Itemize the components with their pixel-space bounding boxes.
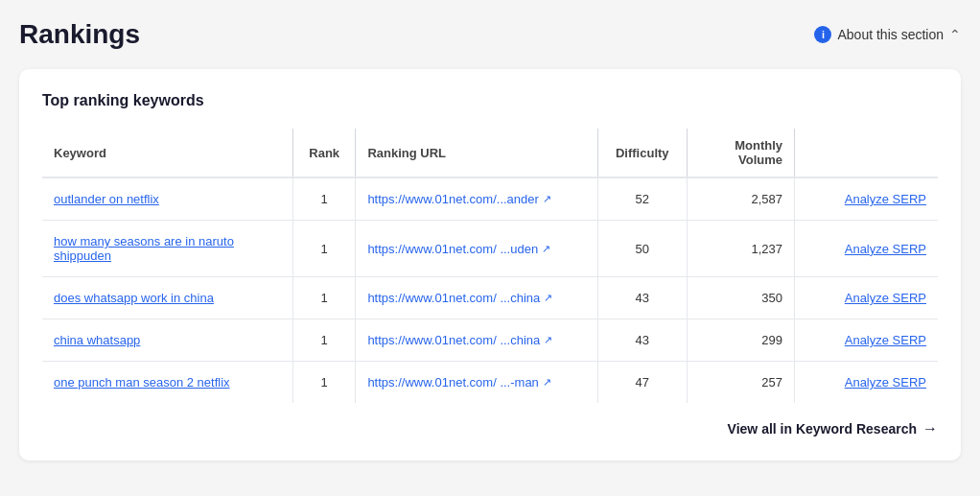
col-header-url: Ranking URL (356, 129, 597, 177)
external-link-icon: ↗ (544, 292, 552, 304)
page-title: Rankings (19, 19, 140, 50)
difficulty-cell: 52 (597, 177, 687, 221)
analyze-serp-link[interactable]: Analyze SERP (845, 242, 926, 256)
volume-cell: 1,237 (687, 221, 794, 277)
analyze-serp-link[interactable]: Analyze SERP (845, 333, 926, 347)
analyze-cell: Analyze SERP (795, 319, 938, 362)
table-row: does whatsapp work in china 1 https://ww… (42, 277, 938, 319)
volume-cell: 350 (687, 277, 794, 319)
volume-cell: 2,587 (687, 177, 794, 221)
keyword-link[interactable]: does whatsapp work in china (54, 291, 214, 305)
table-row: how many seasons are in naruto shippuden… (42, 221, 938, 277)
view-all-label: View all in Keyword Research (728, 421, 917, 437)
analyze-cell: Analyze SERP (795, 221, 938, 277)
keyword-link[interactable]: how many seasons are in naruto shippuden (54, 234, 234, 263)
url-link[interactable]: https://www.01net.com/ ...uden ↗ (367, 242, 585, 256)
url-cell: https://www.01net.com/...ander ↗ (356, 177, 597, 221)
analyze-cell: Analyze SERP (795, 177, 938, 221)
rank-cell: 1 (293, 177, 356, 221)
keyword-cell: one punch man season 2 netflix (42, 362, 293, 404)
col-header-keyword: Keyword (42, 129, 293, 177)
external-link-icon: ↗ (544, 334, 552, 346)
col-header-difficulty: Difficulty (597, 129, 687, 177)
difficulty-cell: 47 (597, 362, 687, 404)
table-header-row: Keyword Rank Ranking URL Difficulty Mont… (42, 129, 938, 177)
difficulty-cell: 43 (597, 319, 687, 362)
analyze-cell: Analyze SERP (795, 362, 938, 404)
chevron-up-icon: ⌃ (949, 27, 961, 42)
view-all-row: View all in Keyword Research → (42, 420, 938, 437)
rank-cell: 1 (293, 221, 356, 277)
keyword-cell: how many seasons are in naruto shippuden (42, 221, 293, 277)
rankings-table: Keyword Rank Ranking URL Difficulty Mont… (42, 129, 938, 403)
volume-cell: 257 (687, 362, 794, 404)
rank-cell: 1 (293, 362, 356, 404)
url-link[interactable]: https://www.01net.com/...ander ↗ (367, 192, 585, 206)
table-row: china whatsapp 1 https://www.01net.com/ … (42, 319, 938, 362)
section-title: Top ranking keywords (42, 92, 938, 109)
url-link[interactable]: https://www.01net.com/ ...china ↗ (367, 333, 585, 347)
analyze-cell: Analyze SERP (795, 277, 938, 319)
analyze-serp-link[interactable]: Analyze SERP (845, 291, 926, 305)
view-all-button[interactable]: View all in Keyword Research → (728, 420, 938, 437)
analyze-serp-link[interactable]: Analyze SERP (845, 192, 926, 206)
difficulty-cell: 43 (597, 277, 687, 319)
rankings-card: Top ranking keywords Keyword Rank Rankin… (19, 69, 961, 461)
keyword-cell: does whatsapp work in china (42, 277, 293, 319)
external-link-icon: ↗ (542, 243, 550, 255)
difficulty-cell: 50 (597, 221, 687, 277)
about-section-button[interactable]: i About this section ⌃ (814, 26, 961, 43)
info-icon: i (814, 26, 831, 43)
url-cell: https://www.01net.com/ ...china ↗ (356, 277, 597, 319)
analyze-serp-link[interactable]: Analyze SERP (845, 375, 926, 390)
table-row: one punch man season 2 netflix 1 https:/… (42, 362, 938, 404)
keyword-cell: china whatsapp (42, 319, 293, 362)
url-link[interactable]: https://www.01net.com/ ...china ↗ (367, 291, 585, 305)
keyword-link[interactable]: outlander on netflix (54, 192, 159, 206)
external-link-icon: ↗ (543, 193, 551, 205)
url-cell: https://www.01net.com/ ...china ↗ (356, 319, 597, 362)
arrow-right-icon: → (922, 420, 938, 437)
external-link-icon: ↗ (543, 376, 551, 389)
page-header: Rankings i About this section ⌃ (19, 19, 961, 50)
table-row: outlander on netflix 1 https://www.01net… (42, 177, 938, 221)
rank-cell: 1 (293, 277, 356, 319)
url-cell: https://www.01net.com/ ...-man ↗ (356, 362, 597, 404)
col-header-action (795, 129, 938, 177)
col-header-volume: Monthly Volume (687, 129, 794, 177)
col-header-rank: Rank (293, 129, 356, 177)
keyword-link[interactable]: china whatsapp (54, 333, 140, 347)
url-cell: https://www.01net.com/ ...uden ↗ (356, 221, 597, 277)
rank-cell: 1 (293, 319, 356, 362)
volume-cell: 299 (687, 319, 794, 362)
about-section-label: About this section (837, 27, 944, 42)
url-link[interactable]: https://www.01net.com/ ...-man ↗ (367, 375, 585, 390)
keyword-link[interactable]: one punch man season 2 netflix (54, 375, 230, 390)
keyword-cell: outlander on netflix (42, 177, 293, 221)
